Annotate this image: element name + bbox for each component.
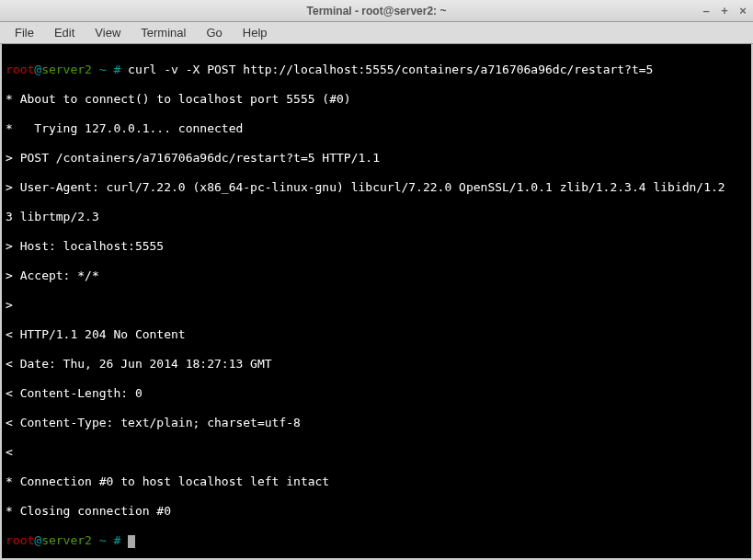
prompt-path: ~ #: [92, 533, 128, 547]
output-line: < Content-Type: text/plain; charset=utf-…: [6, 416, 747, 430]
output-line: > Accept: */*: [6, 269, 747, 283]
terminal-window: Terminal - root@server2: ~ – + × File Ed…: [0, 0, 753, 560]
prompt-at: @: [34, 533, 41, 547]
terminal-output[interactable]: root@server2 ~ # curl -v -X POST http://…: [2, 44, 751, 558]
output-line: > Host: localhost:5555: [6, 239, 747, 254]
prompt-path: ~ #: [92, 63, 120, 76]
output-line: < HTTP/1.1 204 No Content: [6, 327, 747, 342]
output-line: > User-Agent: curl/7.22.0 (x86_64-pc-lin…: [6, 180, 747, 195]
output-line: * About to connect() to localhost port 5…: [6, 92, 747, 107]
output-line: >: [6, 298, 747, 313]
menu-help[interactable]: Help: [234, 24, 277, 41]
output-line: * Connection #0 to host localhost left i…: [6, 474, 747, 489]
window-controls: – + ×: [700, 5, 749, 17]
prompt-user: root: [6, 63, 34, 76]
output-line: * Trying 127.0.0.1... connected: [6, 121, 747, 136]
menu-file[interactable]: File: [6, 24, 43, 41]
menu-view[interactable]: View: [86, 24, 130, 41]
menu-edit[interactable]: Edit: [45, 24, 84, 41]
output-line: 3 librtmp/2.3: [6, 210, 747, 224]
window-title: Terminal - root@server2: ~: [0, 5, 753, 17]
output-line: < Date: Thu, 26 Jun 2014 18:27:13 GMT: [6, 357, 747, 371]
close-button[interactable]: ×: [736, 5, 749, 17]
menu-bar: File Edit View Terminal Go Help: [0, 22, 753, 44]
output-line: * Closing connection #0: [6, 504, 747, 519]
output-line: <: [6, 445, 747, 460]
prompt-host: server2: [41, 533, 92, 547]
menu-go[interactable]: Go: [197, 24, 231, 41]
prompt-line: root@server2 ~ # curl -v -X POST http://…: [6, 63, 747, 77]
title-bar[interactable]: Terminal - root@server2: ~ – + ×: [0, 0, 753, 22]
menu-terminal[interactable]: Terminal: [131, 24, 195, 41]
prompt-at: @: [34, 63, 41, 76]
prompt-line: root@server2 ~ #: [6, 533, 747, 548]
minimize-button[interactable]: –: [700, 5, 713, 17]
command-text: curl -v -X POST http://localhost:5555/co…: [120, 63, 653, 76]
prompt-host: server2: [41, 63, 92, 76]
cursor-icon: [128, 535, 135, 548]
output-line: > POST /containers/a716706a96dc/restart?…: [6, 151, 747, 166]
output-line: < Content-Length: 0: [6, 386, 747, 401]
prompt-user: root: [6, 533, 34, 547]
maximize-button[interactable]: +: [718, 5, 731, 17]
